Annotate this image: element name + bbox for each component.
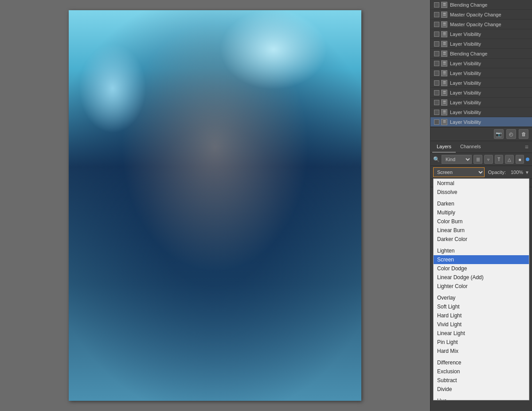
blend-option-linear-dodge[interactable]: Linear Dodge (Add)	[434, 273, 529, 282]
blend-option-linear-light[interactable]: Linear Light	[434, 329, 529, 338]
right-panel: ☰Blending Change☰Master Opacity Change☰M…	[430, 0, 532, 411]
blend-mode-row: Screen Opacity: 100% ▼ Normal Dissolve D…	[430, 166, 532, 179]
history-checkbox-11	[434, 110, 439, 115]
blend-option-exclusion[interactable]: Exclusion	[434, 367, 529, 376]
history-item-3[interactable]: ☰Layer Visibility	[430, 29, 532, 39]
history-checkbox-3	[434, 32, 439, 37]
history-icon-7: ☰	[441, 70, 447, 76]
filter-pixel-icon[interactable]: ☰	[473, 155, 482, 164]
blend-option-lighter-color[interactable]: Lighter Color	[434, 282, 529, 291]
history-label-10: Layer Visibility	[450, 100, 481, 105]
blend-option-pin-light[interactable]: Pin Light	[434, 338, 529, 347]
history-item-7[interactable]: ☰Layer Visibility	[430, 68, 532, 78]
opacity-label: Opacity:	[488, 170, 506, 175]
history-item-10[interactable]: ☰Layer Visibility	[430, 98, 532, 107]
filter-type-icon[interactable]: T	[495, 155, 504, 164]
tab-channels[interactable]: Channels	[456, 141, 485, 153]
blend-option-linear-burn[interactable]: Linear Burn	[434, 226, 529, 235]
history-label-9: Layer Visibility	[450, 90, 481, 95]
history-checkbox-5	[434, 51, 439, 56]
history-item-6[interactable]: ☰Layer Visibility	[430, 59, 532, 68]
history-label-7: Layer Visibility	[450, 71, 481, 76]
history-label-3: Layer Visibility	[450, 32, 481, 37]
blend-option-multiply[interactable]: Multiply	[434, 208, 529, 217]
filter-active-dot	[526, 158, 529, 161]
history-checkbox-7	[434, 71, 439, 76]
photo-canvas	[69, 10, 361, 401]
filter-adjust-icon[interactable]: ▿	[484, 155, 493, 164]
history-checkbox-4	[434, 41, 439, 47]
blend-option-soft-light[interactable]: Soft Light	[434, 302, 529, 311]
history-item-8[interactable]: ☰Layer Visibility	[430, 78, 532, 88]
history-icon-1: ☰	[441, 12, 447, 18]
history-checkbox-9	[434, 90, 439, 95]
history-icon-10: ☰	[441, 99, 447, 106]
history-icon-3: ☰	[441, 31, 447, 37]
blend-option-color-burn[interactable]: Color Burn	[434, 217, 529, 226]
history-item-5[interactable]: ☰Blending Change	[430, 49, 532, 59]
history-icon-8: ☰	[441, 80, 447, 86]
history-icon-9: ☰	[441, 90, 447, 96]
blend-option-divide[interactable]: Divide	[434, 385, 529, 394]
history-icon-12: ☰	[441, 119, 447, 125]
tab-layers[interactable]: Layers	[432, 141, 456, 153]
history-checkbox-2	[434, 22, 439, 27]
blend-option-hard-mix[interactable]: Hard Mix	[434, 347, 529, 356]
trash-icon[interactable]: 🗑	[519, 129, 528, 139]
history-icon-11: ☰	[441, 109, 447, 115]
panel-collapse-icon[interactable]: ≡	[523, 142, 530, 152]
history-checkbox-0	[434, 2, 439, 8]
camera-icon[interactable]: ◴	[506, 129, 516, 139]
search-icon: 🔍	[433, 156, 440, 162]
history-icon-4: ☰	[441, 41, 447, 47]
panel-tabs: Layers Channels ≡	[430, 141, 532, 153]
canvas-area	[0, 0, 430, 411]
blend-option-subtract[interactable]: Subtract	[434, 376, 529, 385]
history-checkbox-10	[434, 100, 439, 105]
history-item-1[interactable]: ☰Master Opacity Change	[430, 10, 532, 20]
history-label-6: Layer Visibility	[450, 61, 481, 66]
blend-option-screen[interactable]: Screen	[434, 255, 529, 264]
kind-select[interactable]: Kind	[442, 155, 472, 164]
history-label-5: Blending Change	[450, 51, 487, 56]
snapshot-icon[interactable]: 📷	[494, 129, 504, 139]
blend-option-normal[interactable]: Normal	[434, 179, 529, 188]
history-icon-0: ☰	[441, 2, 447, 8]
blend-mode-select[interactable]: Screen	[433, 167, 485, 177]
history-checkbox-8	[434, 80, 439, 86]
opacity-arrow[interactable]: ▼	[525, 170, 529, 175]
history-label-1: Master Opacity Change	[450, 12, 501, 17]
blend-option-darker-color[interactable]: Darker Color	[434, 235, 529, 244]
history-item-12[interactable]: ☰Layer Visibility	[430, 117, 532, 127]
blend-option-hue[interactable]: Hue	[434, 396, 529, 400]
history-panel: ☰Blending Change☰Master Opacity Change☰M…	[430, 0, 532, 127]
history-icon-5: ☰	[441, 51, 447, 57]
history-item-2[interactable]: ☰Master Opacity Change	[430, 20, 532, 29]
history-icon-6: ☰	[441, 60, 447, 67]
blend-option-vivid-light[interactable]: Vivid Light	[434, 320, 529, 329]
history-item-11[interactable]: ☰Layer Visibility	[430, 107, 532, 117]
history-item-9[interactable]: ☰Layer Visibility	[430, 88, 532, 98]
blend-option-color-dodge[interactable]: Color Dodge	[434, 264, 529, 273]
filter-bar: 🔍 Kind ☰ ▿ T △ ■	[430, 153, 532, 166]
blend-option-difference[interactable]: Difference	[434, 358, 529, 367]
history-label-2: Master Opacity Change	[450, 22, 501, 27]
history-checkbox-1	[434, 12, 439, 17]
history-item-0[interactable]: ☰Blending Change	[430, 0, 532, 10]
blend-option-lighten[interactable]: Lighten	[434, 246, 529, 255]
blend-option-hard-light[interactable]: Hard Light	[434, 311, 529, 320]
history-label-8: Layer Visibility	[450, 80, 481, 86]
history-label-4: Layer Visibility	[450, 41, 481, 47]
history-checkbox-12	[434, 119, 439, 125]
blend-option-dissolve[interactable]: Dissolve	[434, 188, 529, 197]
blend-dropdown[interactable]: Normal Dissolve Darken Multiply Color Bu…	[433, 178, 529, 400]
history-label-11: Layer Visibility	[450, 110, 481, 115]
blend-option-overlay[interactable]: Overlay	[434, 293, 529, 302]
history-toolbar: 📷 ◴ 🗑	[430, 127, 532, 141]
history-label-0: Blending Change	[450, 2, 487, 8]
filter-shape-icon[interactable]: △	[505, 155, 514, 164]
filter-smart-icon[interactable]: ■	[516, 155, 524, 164]
blend-option-darken[interactable]: Darken	[434, 199, 529, 208]
history-item-4[interactable]: ☰Layer Visibility	[430, 39, 532, 49]
history-icon-2: ☰	[441, 21, 447, 28]
